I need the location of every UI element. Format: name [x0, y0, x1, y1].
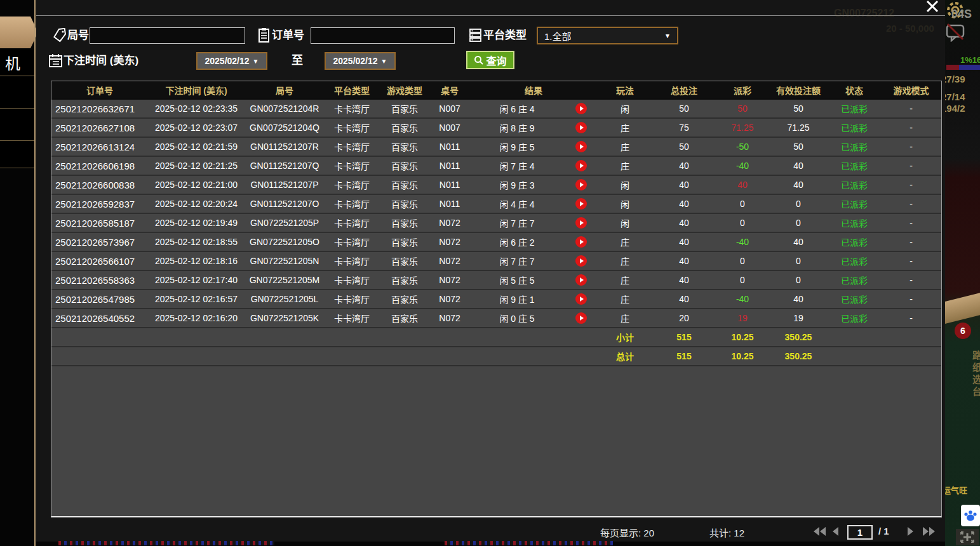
date-from-picker[interactable]: 2025/02/12 ▼ — [196, 52, 267, 70]
cell-game-type: 百家乐 — [379, 270, 430, 290]
calendar-icon — [49, 53, 62, 68]
table-row[interactable]: 250212026573967 2025-02-12 02:18:55 GN07… — [51, 232, 941, 251]
chat-disabled-icon[interactable] — [945, 23, 965, 42]
replay-button[interactable] — [575, 141, 587, 152]
cell-bet-time: 2025-02-12 02:19:49 — [148, 213, 245, 232]
table-row[interactable]: 250212026600838 2025-02-12 02:21:00 GN01… — [51, 175, 941, 194]
cell-result: 闲 6 庄 4 — [469, 99, 565, 118]
table-row[interactable]: 250212026627108 2025-02-12 02:23:07 GN00… — [51, 118, 941, 137]
cell-payout: 0 — [716, 213, 769, 232]
bead-road-strip — [445, 541, 613, 545]
table-row[interactable]: 250212026592837 2025-02-12 02:20:24 GN01… — [51, 194, 941, 213]
replay-button[interactable] — [575, 198, 587, 210]
table-row[interactable]: 250212026613124 2025-02-12 02:21:59 GN01… — [51, 137, 941, 156]
table-row[interactable]: 250212026547985 2025-02-12 02:16:57 GN07… — [51, 290, 941, 309]
play-icon — [580, 182, 584, 187]
close-icon[interactable] — [924, 0, 941, 13]
cell-status: 已派彩 — [828, 290, 881, 309]
replay-button[interactable] — [575, 255, 587, 267]
cell-game-mode: - — [881, 137, 941, 156]
cell-total-bet: 75 — [652, 118, 716, 137]
sidebar-item-machine[interactable]: 机 — [0, 50, 34, 76]
play-icon — [580, 239, 584, 244]
date-to-picker[interactable]: 2025/02/12 ▼ — [325, 52, 396, 70]
cell-total-bet: 40 — [652, 232, 716, 251]
next-page-button[interactable] — [908, 527, 913, 536]
play-icon — [580, 258, 584, 263]
cell-payout: -40 — [716, 156, 769, 175]
play-icon — [580, 144, 584, 149]
chevron-down-icon: ▼ — [253, 58, 259, 65]
sidebar-item-5[interactable] — [0, 142, 34, 168]
last-page-button[interactable] — [923, 527, 935, 536]
table-row[interactable]: 250212026632671 2025-02-12 02:23:35 GN00… — [51, 99, 941, 118]
cell-payout: 50 — [716, 99, 769, 118]
sidebar-item-active[interactable] — [0, 17, 38, 48]
replay-button[interactable] — [575, 160, 587, 171]
table-row[interactable]: 250212026566107 2025-02-12 02:18:16 GN07… — [51, 251, 941, 270]
cell-game-mode: - — [881, 270, 941, 290]
fullscreen-button[interactable] — [956, 529, 979, 545]
cell-table-no: N011 — [430, 194, 469, 213]
total-label: 总计 — [598, 347, 652, 366]
cell-bet-time: 2025-02-12 02:18:55 — [148, 232, 245, 251]
round-no-input[interactable] — [90, 27, 245, 44]
table-header-row: 订单号 下注时间 (美东) 局号 平台类型 游戏类型 桌号 结果 玩法 总投注 … — [51, 81, 941, 99]
search-icon — [474, 55, 484, 65]
clipboard-icon — [258, 27, 270, 43]
page-number-input[interactable] — [847, 525, 873, 540]
replay-button[interactable] — [575, 274, 587, 286]
replay-button[interactable] — [575, 122, 587, 133]
lucky-text: 运气旺 — [945, 484, 967, 496]
cell-order-no: 250212026592837 — [51, 194, 148, 213]
paw-button[interactable] — [961, 505, 980, 526]
cell-valid-bet: 0 — [769, 251, 828, 270]
cell-order-no: 250212026613124 — [51, 137, 148, 156]
cell-game-mode: - — [881, 251, 941, 270]
table-row[interactable]: 250212026540552 2025-02-12 02:16:20 GN07… — [51, 309, 941, 328]
replay-button[interactable] — [575, 293, 587, 305]
cell-status: 已派彩 — [828, 270, 881, 290]
replay-button[interactable] — [575, 236, 587, 248]
cell-table-no: N072 — [430, 309, 469, 328]
play-icon — [580, 106, 584, 111]
cell-payout: 0 — [716, 194, 769, 213]
cell-status: 已派彩 — [828, 118, 881, 137]
cell-platform: 卡卡湾厅 — [325, 270, 379, 290]
platform-type-dropdown[interactable]: 1.全部 ▼ — [537, 27, 678, 44]
sidebar-divider — [34, 0, 36, 546]
platform-type-value: 1.全部 — [544, 29, 572, 43]
sidebar-item-3[interactable] — [0, 77, 34, 109]
cell-game-type: 百家乐 — [379, 290, 430, 309]
date-to-value: 2025/02/12 — [333, 56, 378, 66]
table-row[interactable]: 250212026606198 2025-02-12 02:21:25 GN01… — [51, 156, 941, 175]
col-total-bet: 总投注 — [652, 81, 716, 99]
replay-button[interactable] — [575, 217, 587, 229]
cell-game-mode: - — [881, 156, 941, 175]
cell-game-mode: - — [881, 194, 941, 213]
play-icon — [580, 220, 584, 225]
cell-round-no: GN0112521207P — [245, 175, 325, 194]
sidebar-item-4[interactable] — [0, 109, 34, 141]
cell-valid-bet: 40 — [769, 232, 828, 251]
cell-total-bet: 50 — [652, 99, 716, 118]
cell-valid-bet: 0 — [769, 194, 828, 213]
cell-bet-time: 2025-02-12 02:21:00 — [148, 175, 245, 194]
order-no-input[interactable] — [311, 27, 455, 44]
cell-round-no: GN0722521205O — [245, 232, 325, 251]
table-row[interactable]: 250212026558363 2025-02-12 02:17:40 GN07… — [51, 270, 941, 290]
cell-total-bet: 40 — [652, 156, 716, 175]
cell-side: 庄 — [598, 137, 652, 156]
bet-time-label: 下注时间 (美东) — [64, 53, 138, 69]
replay-button[interactable] — [575, 103, 587, 114]
search-button[interactable]: 查询 — [466, 51, 514, 69]
col-payout: 派彩 — [716, 81, 769, 99]
first-page-button[interactable] — [814, 527, 826, 536]
prev-page-button[interactable] — [833, 527, 838, 536]
cell-table-no: N072 — [430, 290, 469, 309]
replay-button[interactable] — [575, 312, 587, 324]
replay-button[interactable] — [575, 179, 587, 190]
table-row[interactable]: 250212026585187 2025-02-12 02:19:49 GN07… — [51, 213, 941, 232]
game-background-strip: 04S 1%16 27/39 27/14 194/2 6 路纸选台 运气旺 — [945, 0, 980, 546]
per-page-label: 每页显示: 20 — [600, 526, 654, 539]
